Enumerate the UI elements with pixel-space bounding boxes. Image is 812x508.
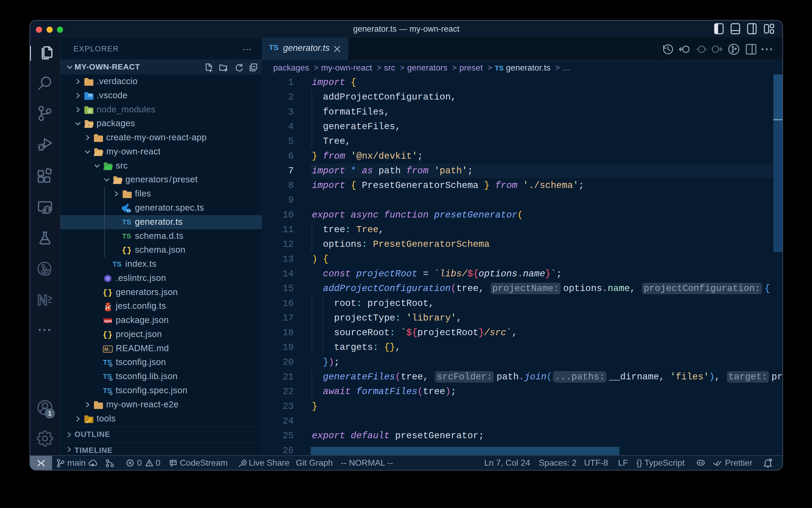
svg-text:M↓: M↓: [104, 347, 111, 352]
svg-text:{}: {}: [103, 330, 112, 339]
svg-text:TS: TS: [112, 260, 122, 268]
svg-text:js: js: [89, 109, 92, 112]
svg-text:TS: TS: [122, 232, 131, 240]
svg-text:TS: TS: [122, 218, 131, 226]
svg-text:{}: {}: [103, 288, 112, 297]
svg-text:{}: {}: [122, 246, 132, 255]
svg-text:npm: npm: [104, 319, 112, 323]
svg-text:TS: TS: [127, 209, 131, 213]
